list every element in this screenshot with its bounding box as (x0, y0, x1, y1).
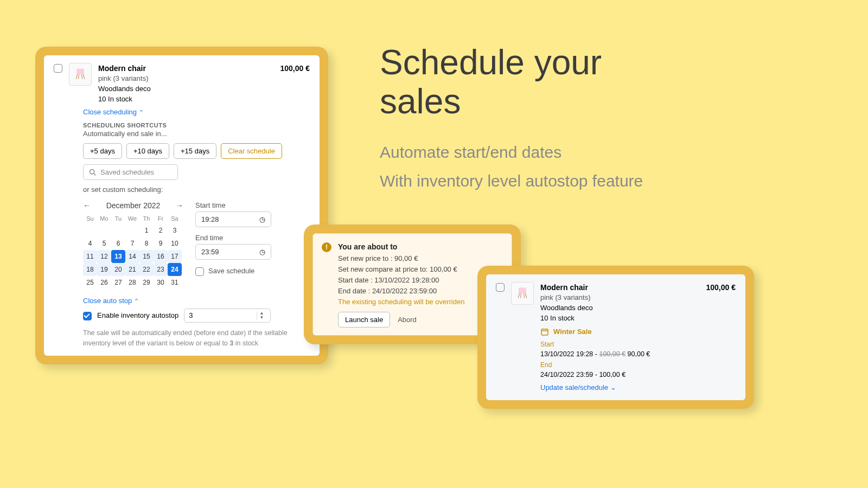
or-custom-text: or set custom scheduling: (83, 185, 310, 194)
calendar-day (97, 224, 111, 237)
search-icon (89, 169, 96, 176)
variants-link[interactable]: (3 variants) (113, 74, 148, 82)
calendar-day[interactable]: 25 (83, 276, 97, 289)
product-thumbnail (511, 282, 534, 305)
enable-autostop-label: Enable inventory autostop (97, 311, 178, 319)
calendar-day[interactable]: 27 (111, 276, 125, 289)
calendar-day[interactable]: 6 (111, 237, 125, 250)
product-checkbox[interactable] (54, 64, 62, 73)
plus-10-days-button[interactable]: +10 days (126, 143, 169, 159)
shortcuts-sub: Automatically end sale in... (83, 130, 310, 138)
variant-color: pink (98, 74, 111, 82)
vendor-name: Woodlands deco (98, 84, 310, 94)
calendar-day[interactable]: 18 (83, 263, 97, 276)
calendar-day[interactable]: 29 (139, 276, 154, 289)
start-time-input[interactable]: 19:28 ◷ (195, 211, 271, 227)
calendar-day[interactable]: 20 (111, 263, 125, 276)
calendar-day[interactable]: 3 (168, 224, 182, 237)
calendar-day[interactable]: 9 (154, 237, 168, 250)
close-autostop-link[interactable]: Close auto stop ⌄ (83, 297, 139, 305)
calendar-day[interactable]: 22 (139, 263, 154, 276)
chevron-up-icon: ⌄ (134, 297, 139, 304)
end-time-label: End time (195, 234, 271, 242)
calendar-day[interactable]: 13 (111, 250, 125, 263)
update-sale-link[interactable]: Update sale/schedule ⌄ (540, 383, 616, 393)
calendar-day[interactable]: 23 (154, 263, 168, 276)
start-line: 13/10/2022 19:28 - 100,00 € 90,00 € (540, 349, 736, 359)
save-schedule-label: Save schedule (208, 267, 254, 275)
enable-autostop-checkbox[interactable] (83, 312, 92, 320)
calendar-day (111, 224, 125, 237)
svg-rect-2 (541, 329, 548, 335)
confirm-override-warning: The existing scheduling will be override… (338, 297, 464, 307)
svg-point-0 (90, 169, 94, 174)
scheduled-product-panel: Modern chair 100,00 € pink (3 variants) … (477, 266, 754, 409)
chevron-up-icon: ⌄ (139, 108, 144, 115)
product-price: 100,00 € (706, 282, 736, 293)
month-label: December 2022 (106, 201, 161, 210)
calendar-day[interactable]: 28 (125, 276, 139, 289)
confirm-line-end: End date : 24/10/2022 23:59:00 (338, 286, 464, 297)
vendor-name: Woodlands deco (540, 303, 736, 313)
next-month-button[interactable]: → (176, 201, 183, 210)
sale-name: Winter Sale (553, 327, 592, 337)
end-time-input[interactable]: 23:59 ◷ (195, 244, 271, 260)
chair-icon (515, 286, 530, 301)
hero-title-line1: Schedule your (380, 43, 602, 82)
calendar-dow: Su (83, 213, 97, 224)
plus-5-days-button[interactable]: +5 days (83, 143, 122, 159)
calendar[interactable]: ← December 2022 → SuMoTuWeThFrSa12345678… (83, 201, 183, 289)
end-line: 24/10/2022 23:59 - 100,00 € (540, 370, 736, 380)
launch-sale-button[interactable]: Launch sale (338, 312, 390, 328)
save-schedule-checkbox[interactable] (195, 267, 204, 276)
clear-schedule-button[interactable]: Clear schedule (221, 143, 282, 159)
calendar-day[interactable]: 30 (154, 276, 168, 289)
start-label: Start (540, 339, 736, 350)
calendar-day[interactable]: 24 (168, 263, 182, 276)
warning-icon: ! (322, 242, 331, 252)
product-name: Modern chair (540, 282, 588, 293)
hero-sub-line1: Automate start/end dates (380, 138, 643, 167)
product-thumbnail (69, 63, 92, 86)
plus-15-days-button[interactable]: +15 days (174, 143, 216, 159)
hero-title-line2: sales (380, 82, 461, 121)
hero-subtitle: Automate start/end dates With inventory … (380, 138, 643, 195)
product-checkbox[interactable] (496, 283, 505, 292)
clock-icon: ◷ (259, 248, 265, 256)
autostop-threshold-input[interactable]: 3 ▲▼ (184, 309, 271, 323)
calendar-day[interactable]: 7 (125, 237, 139, 250)
calendar-day[interactable]: 11 (83, 250, 97, 263)
prev-month-button[interactable]: ← (83, 201, 91, 210)
variants-link[interactable]: (3 variants) (555, 293, 590, 301)
calendar-day[interactable]: 19 (97, 263, 111, 276)
calendar-day[interactable]: 26 (97, 276, 111, 289)
confirm-line-compare: Set new compare at price to: 100,00 € (338, 264, 464, 275)
close-scheduling-link[interactable]: Close scheduling ⌄ (83, 108, 144, 116)
calendar-day[interactable]: 16 (154, 250, 168, 263)
confirm-title: You are about to (338, 241, 464, 253)
calendar-day[interactable]: 10 (168, 237, 182, 250)
abort-button[interactable]: Abord (398, 314, 417, 325)
autostop-help-text: The sale will be automatically ended (be… (83, 328, 310, 349)
calendar-day[interactable]: 14 (125, 250, 139, 263)
saved-schedules-search[interactable]: Saved schedules (83, 164, 178, 180)
stepper-down-icon[interactable]: ▼ (257, 316, 266, 320)
calendar-day[interactable]: 31 (168, 276, 182, 289)
calendar-day[interactable]: 12 (97, 250, 111, 263)
calendar-day[interactable]: 2 (154, 224, 168, 237)
calendar-day[interactable]: 5 (97, 237, 111, 250)
confirm-line-start: Start date : 13/10/2022 19:28:00 (338, 275, 464, 286)
calendar-dow: Fr (154, 213, 168, 224)
calendar-day[interactable]: 21 (125, 263, 139, 276)
calendar-dow: We (125, 213, 139, 224)
calendar-day[interactable]: 17 (168, 250, 182, 263)
calendar-day[interactable]: 8 (139, 237, 154, 250)
shortcuts-label: SCHEDULING SHORTCUTS (83, 122, 310, 129)
calendar-dow: Mo (97, 213, 111, 224)
calendar-dow: Th (139, 213, 154, 224)
calendar-day[interactable]: 1 (139, 224, 154, 237)
product-name: Modern chair (98, 63, 146, 74)
calendar-day[interactable]: 4 (83, 237, 97, 250)
chevron-down-icon: ⌄ (610, 383, 616, 393)
calendar-day[interactable]: 15 (139, 250, 154, 263)
